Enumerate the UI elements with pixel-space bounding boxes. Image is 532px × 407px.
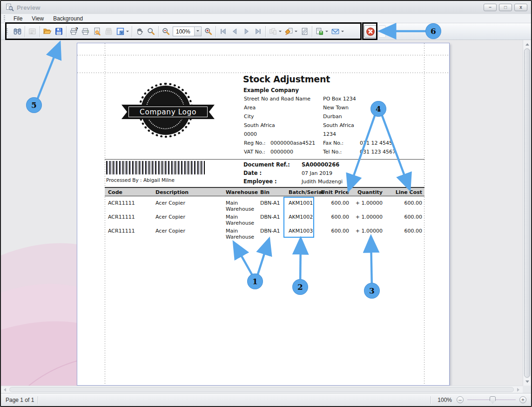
minimize-button[interactable]: – (484, 4, 497, 11)
document-map-icon (28, 27, 37, 36)
first-page-icon (219, 27, 228, 36)
save-button[interactable] (53, 26, 65, 38)
scale-roll-icon (104, 27, 113, 36)
col-header-quantity: Quantity (357, 189, 383, 195)
col-header-unit-price: Unit Price (321, 189, 349, 195)
scale-button[interactable] (103, 26, 114, 38)
company-name: Example Company (243, 87, 299, 93)
previous-page-button[interactable] (229, 26, 241, 38)
send-email-button[interactable] (330, 26, 341, 38)
menu-background[interactable]: Background (48, 14, 88, 23)
table-cell: 600.00 (331, 214, 350, 220)
scroll-down-button[interactable] (523, 378, 532, 386)
fax-no-value: 031 12 4545 (360, 140, 392, 146)
zoom-slider-thumb[interactable] (490, 396, 496, 404)
processed-by: Processed By : Abigail Milne (106, 177, 175, 183)
address-line: 1234 (323, 131, 336, 137)
statusbar-separator (38, 396, 38, 404)
window-title: Preview (17, 4, 40, 11)
zoom-out-button[interactable] (160, 26, 172, 38)
magnifier-button[interactable] (145, 26, 157, 38)
toolbar-separator (158, 26, 159, 37)
watermark-button[interactable] (299, 26, 310, 38)
hand-tool-button[interactable] (134, 26, 145, 38)
col-header-line-cost: Line Cost (396, 189, 422, 195)
zoom-slider[interactable] (467, 396, 516, 404)
horizontal-scrollbar[interactable] (1, 386, 523, 393)
doc-ref-label: Document Ref.: (243, 161, 290, 168)
table-cell: 600.00 (331, 228, 350, 234)
next-page-icon (242, 27, 251, 36)
page-size-dropdown-caret[interactable] (126, 31, 129, 33)
last-page-button[interactable] (252, 26, 264, 38)
export-document-button[interactable] (314, 26, 325, 38)
hand-icon (135, 27, 144, 36)
section-divider (105, 159, 424, 160)
zoom-out-slider-button[interactable]: – (457, 396, 464, 403)
table-cell: Main Warehouse (226, 200, 256, 212)
scroll-right-button[interactable] (515, 386, 522, 394)
table-cell: AKM1003 (289, 228, 313, 234)
company-logo-text: Company Logo (128, 107, 208, 117)
document-map-button[interactable] (27, 26, 38, 38)
binoculars-icon (13, 27, 22, 36)
multiple-pages-button[interactable] (267, 26, 279, 38)
table-cell: + 1.00000 (356, 214, 383, 220)
address-line: Street No and Road Name (244, 96, 310, 102)
svg-text:?: ? (75, 27, 78, 32)
page-color-dropdown-caret[interactable] (295, 31, 297, 33)
vertical-scrollbar[interactable] (523, 40, 531, 386)
print-dialog-button[interactable]: ? (68, 26, 80, 38)
table-cell: AKM1001 (289, 200, 313, 206)
find-button[interactable] (12, 26, 23, 38)
first-page-button[interactable] (217, 26, 229, 38)
close-preview-button[interactable] (364, 25, 377, 38)
fax-no-label: Fax No.: (323, 140, 343, 146)
reg-no-label: Reg No.: (244, 140, 265, 146)
email-dropdown-caret[interactable] (341, 31, 344, 33)
horizontal-scroll-thumb[interactable] (9, 387, 514, 392)
scroll-up-button[interactable] (523, 40, 532, 48)
multiple-pages-dropdown-caret[interactable] (279, 31, 282, 33)
close-red-icon (366, 27, 375, 36)
print-dialog-icon: ? (69, 27, 78, 36)
toolbar-separator (66, 26, 67, 37)
table-cell: 600.00 (404, 228, 423, 234)
preview-surface[interactable]: Company Logo Stock Adjustment Example Co… (1, 40, 523, 386)
zoom-combobox-value: 100% (173, 28, 194, 35)
menu-file[interactable]: File (9, 14, 27, 23)
company-logo: Company Logo (121, 83, 215, 143)
save-floppy-icon (54, 27, 63, 36)
open-button[interactable] (41, 26, 53, 38)
toolbar-overflow-button[interactable] (378, 25, 386, 38)
vertical-scroll-thumb[interactable] (524, 48, 530, 378)
titlebar: Preview – □ x (1, 1, 531, 14)
maximize-button[interactable]: □ (499, 4, 512, 11)
close-window-button[interactable]: x (514, 4, 527, 11)
zoom-combobox[interactable]: 100% (173, 27, 202, 36)
quick-print-button[interactable] (80, 26, 91, 38)
table-cell: + 1.00000 (356, 228, 383, 234)
table-cell: ACR11111 (108, 228, 135, 234)
scroll-left-button[interactable] (1, 386, 8, 394)
table-cell: Acer Copier (155, 214, 185, 220)
statusbar-separator (431, 396, 431, 404)
report-content: Company Logo Stock Adjustment Example Co… (77, 43, 449, 385)
report-title: Stock Adjustment (243, 74, 330, 84)
export-dropdown-caret[interactable] (325, 31, 328, 33)
last-page-icon (254, 27, 263, 36)
menu-view[interactable]: View (27, 14, 48, 23)
table-cell: Main Warehouse (226, 214, 256, 226)
table-cell: 600.00 (331, 200, 350, 206)
toolbar: ? (1, 23, 531, 40)
employee-value: Judith Mudzengi (302, 179, 343, 185)
zoom-in-button[interactable] (202, 26, 214, 38)
page-setup-button[interactable] (91, 26, 103, 38)
zoom-in-slider-button[interactable]: + (519, 396, 526, 403)
page-color-button[interactable] (283, 26, 295, 38)
page-size-button[interactable] (114, 26, 126, 38)
open-folder-icon (43, 27, 52, 36)
vat-no-value: 0000000 (270, 149, 293, 155)
next-page-button[interactable] (241, 26, 252, 38)
zoom-combobox-dropdown[interactable] (194, 27, 201, 36)
